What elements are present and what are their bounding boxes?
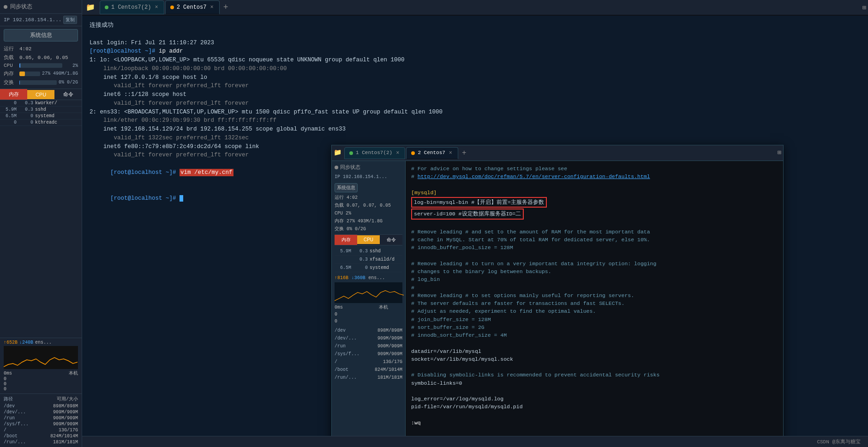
disk-row: /sys/f... 909M/909M bbox=[4, 421, 78, 427]
fp-tab-close-1[interactable]: × bbox=[395, 149, 400, 157]
terminal-content[interactable]: 连接成功 Last login: Fri Jul 21 11:10:27 202… bbox=[82, 16, 868, 436]
fp-line: datadir=/var/lib/mysql bbox=[411, 347, 778, 355]
tab-cmd-button[interactable]: 命令 bbox=[54, 89, 82, 100]
fp-line: # innodb_sort_buffer_size = 4M bbox=[411, 331, 778, 339]
copy-button[interactable]: 复制 bbox=[63, 16, 77, 24]
fp-line: # Disabling symbolic-links is recommende… bbox=[411, 371, 778, 379]
fp-line: [mysqld] bbox=[411, 189, 778, 197]
fp-sync-dot bbox=[335, 166, 338, 169]
mem-bar bbox=[19, 72, 25, 76]
uptime-row: 运行 4:02 bbox=[0, 44, 82, 53]
fp-tab-add[interactable]: + bbox=[459, 148, 469, 159]
term-line: valid_lft 1322sec preferred_lft 1322sec bbox=[90, 134, 861, 143]
fp-line: # Remove leading # to set options mainly… bbox=[411, 292, 778, 299]
ip-row: IP 192.168.154.1... 复制 bbox=[0, 14, 82, 26]
process-table: 0 0.3 kworker/ 5.9M 0.3 sshd 6.5M 0 syst… bbox=[0, 100, 82, 338]
fp-tab-label-1: 1 Centos7(2) bbox=[356, 149, 392, 157]
tab-close-2[interactable]: × bbox=[209, 4, 214, 11]
net-dn: ↓240B bbox=[19, 340, 33, 345]
fp-sparkline bbox=[335, 282, 402, 303]
fp-line: log_error=/var/log/mysqld.log bbox=[411, 395, 778, 403]
tab-grid-icon[interactable]: ⊞ bbox=[862, 4, 866, 12]
fp-grid-icon[interactable]: ⊞ bbox=[778, 148, 781, 158]
bottom-bar: CSDN @东离与糖宝 bbox=[82, 436, 868, 447]
fp-line: # For advice on how to change settings p… bbox=[411, 165, 778, 173]
process-tabs: 内存 CPU 命令 bbox=[0, 89, 82, 100]
fp-line bbox=[411, 252, 778, 260]
tab-cpu-button[interactable]: CPU bbox=[27, 90, 54, 99]
fp-cpu: CPU 2% bbox=[335, 210, 402, 217]
fp-editor-content[interactable]: # For advice on how to change settings p… bbox=[406, 161, 783, 436]
fp-sys-info-btn[interactable]: 系统信息 bbox=[335, 183, 358, 192]
uptime-val: 4:02 bbox=[19, 46, 31, 52]
term-line: inet 192.168.154.129/24 brd 192.168.154.… bbox=[90, 125, 861, 134]
term-line: link/loopback 00:00:00:00:00:00 brd 00:0… bbox=[90, 65, 861, 73]
fp-line: pid-file=/var/run/mysqld/mysqld.pid bbox=[411, 403, 778, 411]
swap-row: 交换 0% 0/2G bbox=[0, 78, 82, 87]
fp-red-line-1: log-bin=mysql-bin #【开启】前置=主服务器参数 bbox=[411, 197, 547, 208]
mem-val: 27% 490M/1.8G bbox=[42, 71, 78, 76]
fp-tab-cmd[interactable]: 命令 bbox=[380, 235, 402, 245]
fp-tab-mem[interactable]: 内存 bbox=[335, 235, 357, 245]
fp-line: # sort_buffer_size = 2G bbox=[411, 323, 778, 331]
process-row: 0 0.3 kworker/ bbox=[0, 100, 82, 107]
cmd-highlight: vim /etc/my.cnf bbox=[180, 169, 233, 176]
tab-bar: 📁 1 Centos7(2) × 2 Centos7 × + ⊞ bbox=[82, 0, 868, 16]
term-line: link/ether 00:0c:29:0b:99:30 brd ff:ff:f… bbox=[90, 116, 861, 125]
fp-line bbox=[411, 387, 778, 395]
term-line: inet6 ::1/128 scope host bbox=[90, 90, 861, 99]
fp-line: symbolic-links=0 bbox=[411, 379, 778, 387]
fp-net-rows: 0ms 本机 0 0 bbox=[335, 304, 402, 325]
fp-tab-label-2: 2 Centos7 bbox=[418, 149, 445, 157]
net-stat-row: 0 bbox=[4, 376, 78, 381]
fp-line: # bbox=[411, 284, 778, 292]
fp-wq-line: :wq bbox=[411, 419, 778, 427]
fp-line bbox=[411, 363, 778, 371]
mem-bar-wrap bbox=[19, 72, 40, 76]
fp-tab-bar: 📁 1 Centos7(2) × 2 Centos7 × + ⊞ bbox=[332, 145, 783, 161]
disk-row: /dev/... 909M/909M bbox=[4, 409, 78, 415]
sync-dot bbox=[4, 5, 7, 9]
term-line: 1: lo: <LOOPBACK,UP,LOWER_UP> mtu 65536 … bbox=[90, 56, 861, 65]
tab-centos7-2[interactable]: 1 Centos7(2) × bbox=[100, 0, 164, 14]
fp-ip: IP 192.168.154.1... bbox=[335, 173, 402, 180]
fp-load: 负载 0.07, 0.07, 0.05 bbox=[335, 202, 402, 209]
disk-row: / 13G/17G bbox=[4, 427, 78, 433]
term-line: valid_lft forever preferred_lft forever bbox=[90, 99, 861, 108]
uptime-label: 运行 bbox=[4, 45, 18, 52]
disk-row: /run/... 181M/181M bbox=[4, 439, 78, 445]
net-iface: ens... bbox=[35, 340, 52, 345]
fp-net-up: ↑816B bbox=[335, 275, 348, 280]
fp-line: # The server defaults are faster for tra… bbox=[411, 299, 778, 307]
fp-line: # join_buffer_size = 128M bbox=[411, 316, 778, 323]
fp-net: ↑816B ↓360B ens... bbox=[335, 274, 402, 282]
fp-line bbox=[411, 181, 778, 189]
tab-dot-orange bbox=[170, 6, 174, 9]
term-line: 连接成功 bbox=[90, 21, 861, 30]
folder-icon: 📁 bbox=[84, 3, 97, 12]
cursor bbox=[180, 195, 183, 202]
fp-line: # cache in MySQL. Start at 70% of total … bbox=[411, 236, 778, 244]
fp-tab-2[interactable]: 2 Centos7 × bbox=[406, 147, 458, 159]
tab-centos7[interactable]: 2 Centos7 × bbox=[165, 0, 220, 14]
fp-tab-cpu[interactable]: CPU bbox=[357, 235, 380, 244]
sys-info-button[interactable]: 系统信息 bbox=[4, 29, 78, 42]
tab-close-1[interactable]: × bbox=[154, 4, 159, 11]
tab-mem-button[interactable]: 内存 bbox=[0, 89, 27, 100]
fp-tab-close-2[interactable]: × bbox=[448, 149, 453, 157]
net-stat-row2: 0 bbox=[4, 381, 78, 387]
process-row: 0 0 kthreadc bbox=[0, 119, 82, 126]
term-line: Last login: Fri Jul 21 11:10:27 2023 bbox=[90, 39, 861, 48]
term-line bbox=[90, 30, 861, 39]
tab-add-button[interactable]: + bbox=[221, 3, 231, 12]
cpu-bar bbox=[19, 63, 20, 68]
fp-folder-icon: 📁 bbox=[334, 148, 341, 158]
fp-proc-row: 0.3 xfsaild/d bbox=[335, 256, 402, 264]
fp-tab-dot-green bbox=[349, 151, 353, 155]
ip-address: IP 192.168.154.1... bbox=[4, 17, 61, 23]
fp-uptime: 运行 4:02 bbox=[335, 194, 402, 201]
fp-tab-1[interactable]: 1 Centos7(2) × bbox=[344, 147, 405, 159]
fp-line: socket=/var/lib/mysql/mysql.sock bbox=[411, 355, 778, 363]
fp-proc-row: 5.9M 0.3 sshd bbox=[335, 247, 402, 256]
fp-disks: /dev898M/898M /dev/...909M/909M /run900M… bbox=[335, 327, 402, 381]
